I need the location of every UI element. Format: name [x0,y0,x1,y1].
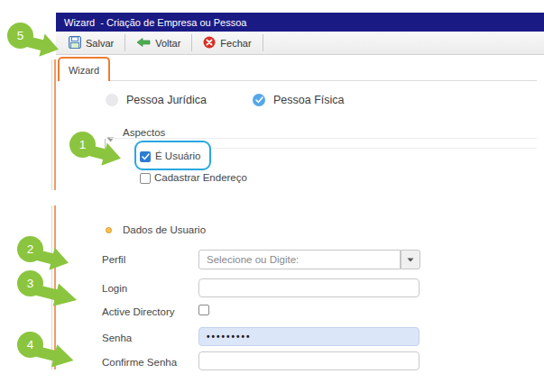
perfil-label: Perfil [102,254,125,265]
callout-step-2: 2 [17,236,43,262]
senha-input[interactable]: ••••••••• [198,327,420,346]
chevron-down-icon [407,258,414,262]
callout-step-4: 4 [17,332,43,358]
perfil-placeholder: Selecione ou Digite: [207,254,299,265]
window-titlebar: Wizard - Criação de Empresa ou Pessoa [56,13,544,32]
arrow-left-icon [136,37,151,50]
toolbar: Salvar Voltar Fechar [56,32,544,55]
callout-step-1: 1 [69,132,96,158]
save-button[interactable]: Salvar [60,33,123,52]
panel1-left-border [51,59,52,190]
tabstrip-divider [110,80,537,81]
callout-step-5-number: 5 [17,29,24,42]
callout-step-1-number: 1 [79,138,87,151]
close-button-label: Fechar [220,38,251,49]
callout-step-2-number: 2 [27,242,34,256]
senha-label: Senha [102,333,132,343]
radio-pessoa-juridica[interactable] [106,94,118,106]
tab-wizard[interactable]: Wizard [58,57,110,81]
perfil-combobox[interactable]: Selecione ou Digite: [198,250,401,269]
confirme-senha-label: Confirme Senha [102,357,177,368]
callout-step-5: 5 [7,23,33,49]
aspectos-divider [110,138,537,139]
toolbar-separator [263,34,263,51]
checkbox-e-usuario[interactable] [140,151,151,162]
radio-pessoa-juridica-label: Pessoa Jurídica [126,94,207,106]
checkbox-cadastrar-endereco[interactable] [140,173,151,184]
aspectos-header: Aspectos [123,127,165,138]
perfil-dropdown-button[interactable] [401,250,420,269]
back-button-label: Voltar [155,38,180,49]
section-bullet-icon [106,227,112,233]
check-icon [255,96,263,104]
checkbox-e-usuario-label: É Usuário [155,150,201,161]
row-divider [211,148,537,149]
callout-step-4-number: 4 [27,338,34,351]
close-button[interactable]: Fechar [194,33,260,52]
check-icon [142,153,150,160]
toolbar-separator [124,34,125,51]
tab-wizard-label: Wizard [69,65,99,76]
back-button[interactable]: Voltar [127,33,189,52]
window-title: Wizard - Criação de Empresa ou Pessoa [64,17,246,28]
dados-usuario-header: Dados de Usuario [123,224,206,235]
active-directory-label: Active Directory [102,306,175,317]
callout-step-3-number: 3 [27,277,34,290]
checkbox-cadastrar-endereco-label: Cadastrar Endereço [154,172,247,183]
radio-pessoa-fisica-label: Pessoa Física [273,94,345,106]
confirme-senha-input[interactable] [198,351,420,370]
radio-pessoa-fisica[interactable] [253,94,265,106]
floppy-disk-icon [69,36,81,50]
close-circle-icon [203,36,216,50]
save-button-label: Salvar [86,38,114,49]
senha-value: ••••••••• [207,332,252,342]
login-input[interactable] [198,278,420,297]
toolbar-separator [191,34,192,51]
screenshot-canvas: Wizard - Criação de Empresa ou Pessoa Sa… [0,0,544,392]
callout-step-3: 3 [17,270,43,296]
checkbox-active-directory[interactable] [198,305,209,315]
login-label: Login [102,283,127,294]
panel1-accent-border [54,59,56,190]
